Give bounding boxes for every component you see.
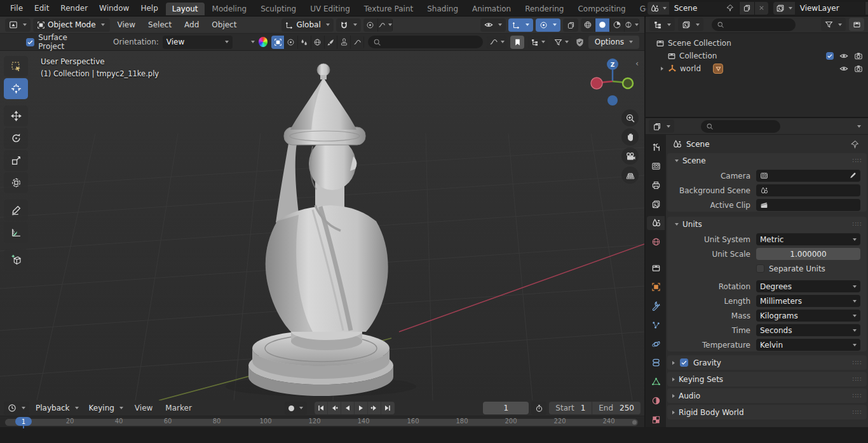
pan-hand-button[interactable]: [621, 128, 639, 146]
tab-collection[interactable]: [647, 261, 665, 275]
camera-field[interactable]: [756, 170, 860, 182]
outliner-row-collection[interactable]: Collection: [647, 50, 867, 62]
gravity-checkbox[interactable]: [680, 358, 688, 367]
menu-window[interactable]: Window: [94, 3, 134, 14]
overlays-toggle[interactable]: [536, 18, 560, 32]
render-visibility-toggle[interactable]: [854, 64, 863, 73]
gizmo-z-neg-axis[interactable]: [607, 95, 618, 106]
play-button[interactable]: [355, 402, 368, 414]
object-visibility-dropdown[interactable]: [480, 18, 506, 32]
gizmos-toggle[interactable]: [508, 18, 533, 32]
sculpt-mode-icon[interactable]: [285, 36, 298, 49]
timeline-scrollbar[interactable]: [5, 419, 638, 426]
viewport-search-input[interactable]: [368, 36, 483, 48]
gizmo-y-axis[interactable]: [623, 78, 633, 88]
current-frame-indicator[interactable]: 1: [15, 417, 32, 426]
shading-material-button[interactable]: [610, 18, 625, 32]
scale-tool[interactable]: [4, 150, 28, 171]
pose-mode-icon[interactable]: [351, 36, 364, 49]
scene-unlink-button[interactable]: [754, 2, 768, 15]
background-scene-field[interactable]: [756, 184, 860, 196]
playback-menu[interactable]: Playback: [32, 402, 83, 415]
auto-keying-toggle[interactable]: [285, 402, 307, 415]
add-cube-tool[interactable]: [4, 249, 28, 270]
unit-scale-slider[interactable]: 1.000000: [756, 248, 860, 260]
collection-exclude-checkbox[interactable]: [826, 52, 834, 60]
select-box-tool[interactable]: [4, 56, 28, 77]
vertex-paint-icon[interactable]: [298, 36, 311, 49]
panel-grip-icon[interactable]: ∷∷: [852, 392, 862, 399]
viewlayer-new-button[interactable]: [865, 2, 868, 15]
outliner-row-scene-collection[interactable]: Scene Collection: [647, 37, 867, 50]
tab-world[interactable]: [647, 235, 665, 249]
timeline-view-menu[interactable]: View: [130, 402, 158, 414]
hide-eye-toggle[interactable]: [839, 64, 848, 73]
object-mode-icon[interactable]: [271, 36, 285, 49]
menu-view[interactable]: View: [112, 19, 140, 31]
current-frame-field[interactable]: 1: [483, 402, 529, 414]
keying-menu[interactable]: Keying: [85, 402, 127, 415]
timeline-ruler[interactable]: 20 40 60 80 100 120 140 160 180 200 220 …: [0, 416, 644, 427]
outliner-editor-type-button[interactable]: [649, 18, 675, 31]
shading-rendered-button[interactable]: [625, 18, 639, 32]
tab-modifiers[interactable]: [647, 299, 665, 313]
jump-to-start-button[interactable]: [315, 402, 328, 414]
properties-options-chevron[interactable]: [857, 125, 861, 128]
new-collection-button[interactable]: [849, 18, 864, 31]
proportional-edit-toggle[interactable]: [363, 18, 378, 32]
hide-eye-toggle[interactable]: [839, 51, 848, 60]
properties-search-input[interactable]: [701, 120, 780, 133]
gravity-panel-header[interactable]: Gravity∷∷: [667, 355, 867, 370]
workspace-tab-shading[interactable]: Shading: [421, 3, 465, 15]
timeline-marker-menu[interactable]: Marker: [160, 402, 196, 414]
shield-check-icon[interactable]: [575, 37, 585, 47]
outliner-display-mode-button[interactable]: [678, 18, 703, 31]
proportional-falloff-button[interactable]: [378, 18, 393, 32]
outliner-row-world-object[interactable]: world: [647, 62, 867, 75]
outliner-filter-button[interactable]: [821, 18, 846, 31]
menu-add[interactable]: Add: [179, 19, 204, 31]
scrollbar-handle[interactable]: [632, 420, 637, 425]
units-panel-header[interactable]: Units∷∷: [667, 217, 867, 231]
tab-physics[interactable]: [647, 337, 665, 351]
use-preview-range-toggle[interactable]: [531, 402, 546, 415]
temperature-dropdown[interactable]: Kelvin: [756, 339, 860, 351]
xray-toggle[interactable]: [563, 18, 578, 32]
menu-render[interactable]: Render: [55, 3, 93, 14]
tab-texture[interactable]: [647, 412, 665, 427]
panel-grip-icon[interactable]: ∷∷: [852, 376, 862, 383]
cursor-orientation-dropdown[interactable]: View: [163, 36, 233, 49]
camera-view-button[interactable]: [621, 147, 639, 165]
bookmark-toggle[interactable]: [510, 36, 524, 49]
cursor-tool[interactable]: [4, 78, 28, 99]
surface-project-checkbox[interactable]: [26, 38, 34, 46]
tab-output[interactable]: [647, 178, 665, 193]
shading-solid-button[interactable]: [595, 18, 610, 32]
workspace-tab-texture-paint[interactable]: Texture Paint: [358, 3, 419, 15]
outliner-sync-button[interactable]: [528, 36, 548, 49]
move-tool[interactable]: [4, 106, 28, 126]
workspace-tab-modeling[interactable]: Modeling: [206, 3, 254, 15]
jump-to-end-button[interactable]: [381, 402, 395, 414]
audio-panel-header[interactable]: Audio∷∷: [667, 388, 867, 403]
tab-material[interactable]: [647, 393, 665, 408]
viewlayer-browse-button[interactable]: [773, 2, 795, 15]
render-visibility-toggle[interactable]: [854, 51, 863, 60]
workspace-tab-geometry-nodes[interactable]: Geometry Noc: [634, 3, 646, 15]
tab-scene[interactable]: [647, 216, 665, 231]
active-clip-field[interactable]: [756, 199, 860, 211]
frame-start-field[interactable]: Start1: [549, 402, 592, 414]
zoom-button[interactable]: [621, 109, 639, 126]
panel-grip-icon[interactable]: ∷∷: [852, 221, 862, 228]
previous-keyframe-button[interactable]: [328, 402, 341, 414]
scene-panel-header[interactable]: Scene∷∷: [667, 153, 867, 168]
navigation-gizmo[interactable]: Z: [586, 55, 639, 108]
tab-constraints[interactable]: [647, 355, 665, 370]
mass-dropdown[interactable]: Kilograms: [756, 310, 860, 322]
editor-type-button[interactable]: [5, 18, 31, 32]
tab-view-layer[interactable]: [647, 197, 665, 212]
workspace-tab-layout[interactable]: Layout: [166, 3, 205, 15]
separate-units-checkbox[interactable]: [756, 264, 764, 273]
workspace-tab-sculpting[interactable]: Sculpting: [254, 3, 302, 15]
matcap-sphere-icon[interactable]: [259, 37, 268, 47]
